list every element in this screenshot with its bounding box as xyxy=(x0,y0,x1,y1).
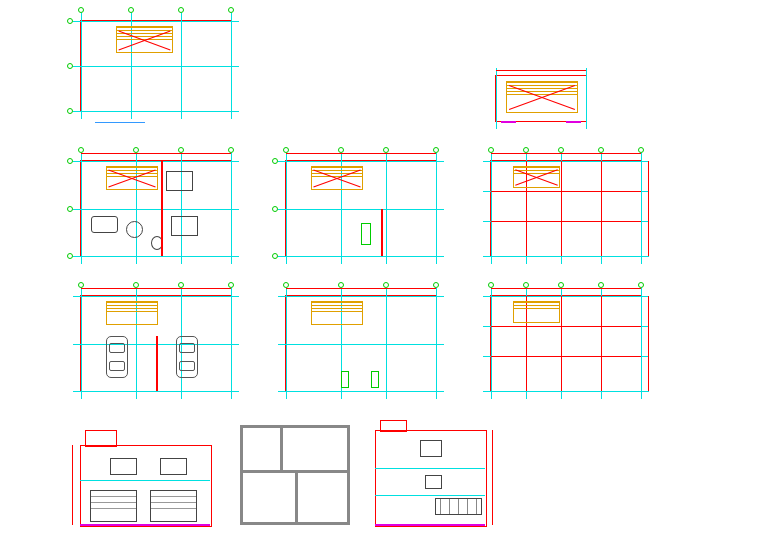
garage-door-icon xyxy=(90,490,137,522)
plan-floor-2-structural xyxy=(490,160,642,257)
bed-icon xyxy=(166,171,193,191)
plan-floor-1-furnished xyxy=(80,295,232,392)
plan-stair-detail xyxy=(495,75,587,122)
window-icon xyxy=(425,475,442,489)
car-icon xyxy=(176,336,198,378)
plan-floor-1-structural xyxy=(490,295,642,392)
plan-floor-2-furnished xyxy=(80,160,232,257)
garage-door-icon xyxy=(150,490,197,522)
section xyxy=(240,425,350,525)
label-underline xyxy=(95,122,145,123)
window-icon xyxy=(110,458,137,475)
railing-icon xyxy=(435,498,482,515)
plan-floor-2-bare xyxy=(285,160,437,257)
table-icon xyxy=(126,221,143,238)
bed-icon xyxy=(171,216,198,236)
elevation-front xyxy=(80,430,210,525)
car-icon xyxy=(106,336,128,378)
sofa-icon xyxy=(91,216,118,233)
plan-roof xyxy=(80,20,232,112)
cad-drawing-sheet xyxy=(0,0,780,550)
plan-floor-1-bare xyxy=(285,295,437,392)
window-icon xyxy=(420,440,442,457)
window-icon xyxy=(160,458,187,475)
elevation-side xyxy=(375,420,485,525)
